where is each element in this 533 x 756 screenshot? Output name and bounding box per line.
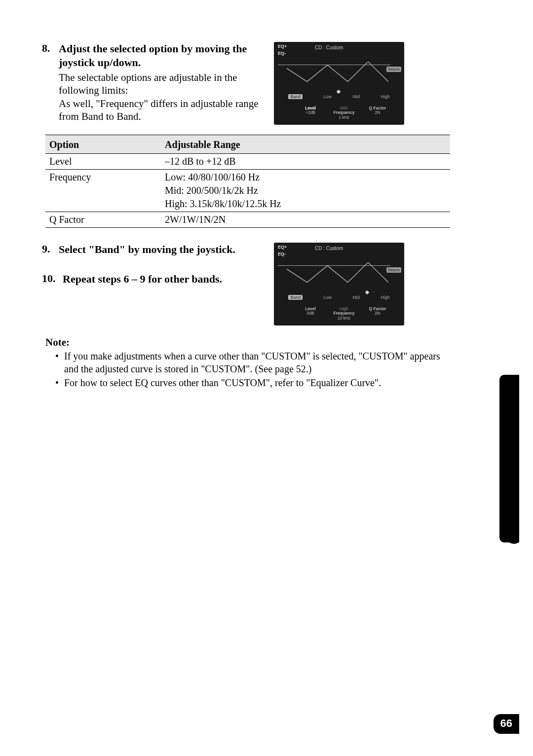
step-8: 8. Adjust the selected option by moving … [42, 42, 498, 125]
eq-band-high: High [381, 94, 390, 99]
eq-freq-value: 1 kHz [329, 115, 359, 120]
eq-band-pill: Band [288, 295, 303, 300]
page-number: 66 [494, 714, 519, 734]
table-row: Level –12 dB to +12 dB [45, 154, 450, 170]
cell-freq-option: Frequency [45, 170, 161, 184]
cell-q-range: 2W/1W/1N/2N [161, 212, 450, 228]
step-9-10-row: 9. Select "Band" by moving the joystick.… [42, 243, 498, 325]
table-header-range: Adjustable Range [161, 135, 450, 154]
eq-plus-label: EQ+ [278, 44, 287, 49]
table-row: High: 3.15k/8k/10k/12.5k Hz [45, 197, 450, 212]
eq-level-value: +2dB [296, 110, 325, 115]
section-title-vertical: Fine Adjusting Audio (Expert) [509, 392, 521, 544]
eq-header: CD : Custom [315, 246, 343, 251]
note-item-2: For how to select EQ curves other than "… [55, 376, 440, 389]
eq-band-pill: Band [288, 94, 303, 99]
eq-band-low: Low [324, 295, 332, 300]
step-10-title: Repeat steps 6 – 9 for other bands. [63, 272, 265, 286]
note-item-1: If you make adjustments when a curve oth… [55, 350, 440, 375]
eq-screenshot-2: EQ+ EQ- CD : Custom Return Band Low Mid … [274, 243, 404, 325]
step-8-title: Adjust the selected option by moving the… [59, 42, 266, 69]
notes-label: Note: [45, 336, 440, 349]
eq-band-mid: Mid [352, 94, 360, 99]
cell-freq-high: High: 3.15k/8k/10k/12.5k Hz [161, 197, 450, 212]
cell-freq-mid: Mid: 200/500/1k/2k Hz [161, 184, 450, 197]
cell-level-range: –12 dB to +12 dB [161, 154, 450, 170]
eq-q-value: 2N [363, 311, 392, 316]
eq-band-low: Low [324, 94, 332, 99]
eq-return-button: Return [386, 67, 401, 72]
step-8-number: 8. [42, 42, 57, 55]
eq-minus-label: EQ- [278, 252, 286, 256]
table-row: Mid: 200/500/1k/2k Hz [45, 184, 450, 197]
eq-plus-label: EQ+ [278, 245, 287, 250]
eq-q-value: 2N [363, 110, 392, 115]
table-row: Q Factor 2W/1W/1N/2N [45, 212, 450, 228]
cell-level-option: Level [45, 154, 161, 170]
table-row: Frequency Low: 40/80/100/160 Hz [45, 170, 450, 184]
step-8-body-2: As well, "Frequency" differs in adjustab… [59, 97, 266, 123]
eq-band-high: High [381, 295, 390, 300]
eq-screenshot-1: EQ+ EQ- CD : Custom Return Band Low Mid … [274, 42, 404, 125]
cell-q-option: Q Factor [45, 212, 161, 228]
step-9-number: 9. [42, 243, 57, 255]
step-8-body-1: The selectable options are adjustable in… [59, 71, 266, 97]
eq-return-button: Return [386, 267, 401, 273]
options-table: Option Adjustable Range Level –12 dB to … [45, 135, 450, 228]
step-9-title: Select "Band" by moving the joystick. [59, 243, 266, 256]
table-header-option: Option [45, 135, 161, 154]
eq-level-value: 0dB [296, 311, 325, 316]
step-10-number: 10. [42, 272, 61, 285]
eq-freq-value: 10 kHz [329, 316, 359, 321]
eq-minus-label: EQ- [278, 51, 286, 56]
cell-freq-low: Low: 40/80/100/160 Hz [161, 170, 450, 184]
eq-header: CD : Custom [315, 45, 343, 50]
eq-band-mid: Mid [352, 295, 360, 300]
notes-block: Note: If you make adjustments when a cur… [45, 336, 440, 389]
